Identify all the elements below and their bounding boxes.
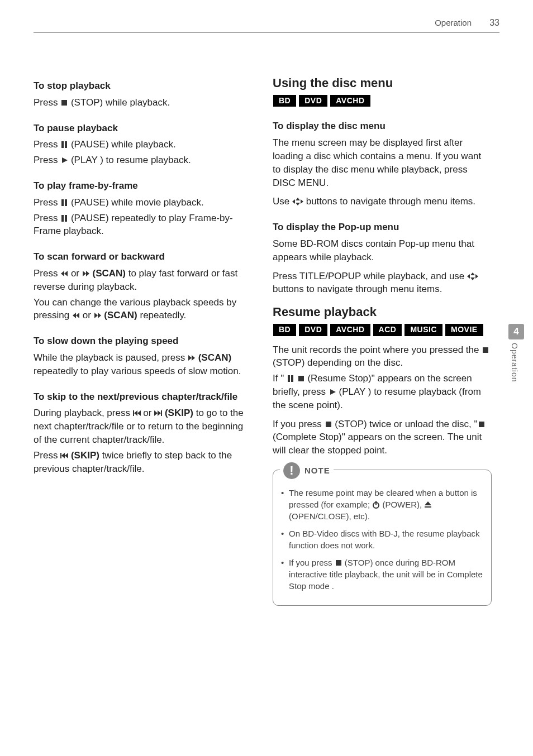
heading-frame: To play frame-by-frame [34, 179, 253, 193]
pause-icon [60, 141, 68, 149]
left-column: To stop playback Press (STOP) while play… [34, 67, 253, 606]
heading-scan: To scan forward or backward [34, 250, 253, 264]
note-item: The resume point may be cleared when a b… [289, 487, 483, 522]
heading-slow: To slow down the playing speed [34, 334, 253, 348]
page-number: 33 [489, 18, 499, 27]
body-text: Press (PAUSE) while movie playback. [34, 196, 253, 209]
body-text: Press or (SCAN) to play fast forward or … [34, 267, 253, 294]
note-header: ! NOTE [280, 462, 334, 479]
body-text: Press (PLAY ) to resume playback. [34, 154, 253, 167]
body-text: The unit records the point where you pre… [273, 343, 492, 370]
badge-avchd: AVCHD [330, 323, 370, 337]
eject-icon [424, 501, 432, 509]
dpad-icon [292, 198, 303, 205]
heading-stop: To stop playback [34, 79, 253, 93]
body-text: Press TITLE/POPUP while playback, and us… [273, 270, 492, 296]
stop-icon [325, 420, 332, 428]
note-item: If you press (STOP) once during BD-ROM i… [289, 557, 483, 592]
heading-display-disc: To display the disc menu [273, 119, 492, 133]
heading-disc-menu: Using the disc menu [273, 75, 492, 92]
badge-acd: ACD [373, 323, 403, 337]
rewind-icon [60, 270, 68, 277]
stop-icon [297, 375, 305, 382]
heading-popup-menu: To display the Pop-up menu [273, 221, 492, 234]
format-badges: BD DVD AVCHD ACD MUSIC MOVIE [273, 323, 492, 337]
alert-icon: ! [283, 462, 300, 479]
body-text: The menu screen may be displayed first a… [273, 136, 492, 189]
chapter-label: Operation [508, 343, 520, 382]
heading-pause: To pause playback [34, 122, 253, 135]
fast-forward-icon [82, 270, 90, 277]
body-text: Some BD-ROM discs contain Pop-up menu th… [273, 237, 492, 264]
chapter-number: 4 [508, 324, 524, 339]
badge-dvd: DVD [298, 323, 328, 337]
body-text: Press (PAUSE) while playback. [34, 138, 253, 151]
badge-movie: MOVIE [445, 323, 484, 337]
badge-dvd: DVD [298, 94, 328, 108]
body-text: During playback, press or (SKIP) to go t… [34, 406, 253, 446]
stop-icon [335, 559, 342, 567]
note-item: On BD-Video discs with BD-J, the resume … [289, 528, 483, 551]
fast-forward-icon [94, 312, 102, 319]
stop-icon [482, 346, 489, 354]
pause-icon [287, 375, 294, 382]
body-text: If " (Resume Stop)" appears on the scree… [273, 372, 492, 412]
side-tab: 4 Operation [508, 324, 524, 382]
dpad-icon [467, 272, 478, 280]
play-icon [60, 156, 68, 164]
body-text: While the playback is paused, press (SCA… [34, 351, 253, 378]
badge-bd: BD [273, 323, 297, 337]
body-text: If you press (STOP) twice or unload the … [273, 418, 492, 457]
pause-icon [60, 199, 68, 207]
body-text: Press (STOP) while playback. [34, 96, 253, 109]
section-label: Operation [435, 18, 472, 27]
body-text: Use buttons to navigate through menu ite… [273, 195, 492, 208]
skip-back-icon [60, 452, 68, 460]
body-text: Press (SKIP) twice briefly to step back … [34, 449, 253, 476]
page-header: Operation 33 [34, 17, 499, 33]
stop-icon [478, 420, 486, 428]
skip-back-icon [133, 409, 141, 417]
badge-bd: BD [273, 94, 297, 108]
heading-skip: To skip to the next/previous chapter/tra… [34, 390, 253, 404]
heading-resume: Resume playback [273, 304, 492, 321]
fast-forward-icon [188, 354, 196, 362]
play-icon [329, 388, 336, 396]
note-box: ! NOTE The resume point may be cleared w… [273, 470, 492, 606]
format-badges: BD DVD AVCHD [273, 94, 492, 108]
badge-avchd: AVCHD [330, 94, 370, 108]
pause-icon [60, 214, 68, 222]
right-column: Using the disc menu BD DVD AVCHD To disp… [273, 67, 492, 606]
note-label: NOTE [304, 465, 330, 476]
power-icon [372, 501, 380, 509]
stop-icon [60, 99, 68, 107]
rewind-icon [72, 312, 80, 319]
body-text: Press (PAUSE) repeatedly to play Frame-b… [34, 212, 253, 238]
skip-forward-icon [154, 409, 162, 417]
badge-music: MUSIC [404, 323, 443, 337]
body-text: You can change the various playback spee… [34, 296, 253, 323]
